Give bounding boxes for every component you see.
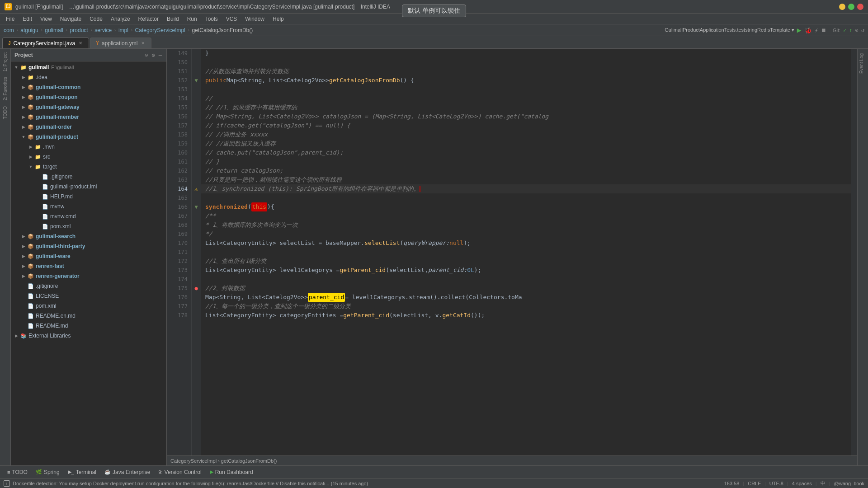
code-line-159: // //返回数据又放入缓存 — [201, 139, 851, 148]
git-push-button[interactable]: ↑ — [849, 27, 852, 33]
coverage-button[interactable]: ⚡ — [815, 27, 818, 34]
close-button[interactable] — [857, 4, 863, 10]
tree-pom-root[interactable]: ▶ 📄 pom.xml — [11, 301, 166, 311]
breadcrumb-com[interactable]: com — [4, 27, 14, 33]
title-bar-controls[interactable] — [839, 4, 863, 10]
tree-renren-generator[interactable]: ▶ 📦 renren-generator — [11, 271, 166, 281]
panel-locate-icon[interactable]: ⊙ — [144, 51, 149, 59]
fold-166[interactable]: ▼ — [194, 204, 198, 210]
right-scrollbar[interactable] — [851, 49, 857, 455]
tree-pom-product[interactable]: ▶ 📄 pom.xml — [11, 221, 166, 231]
menu-build[interactable]: Build — [163, 15, 183, 23]
menu-help[interactable]: Help — [269, 15, 288, 23]
tree-product-iml[interactable]: ▶ 📄 gulimall-product.iml — [11, 182, 166, 192]
menu-code[interactable]: Code — [86, 15, 106, 23]
tab-application-yml[interactable]: Y application.yml ✕ — [90, 38, 151, 48]
tree-arrow-gateway: ▶ — [20, 103, 27, 111]
breadcrumb-impl[interactable]: impl — [118, 27, 128, 33]
menu-vcs[interactable]: VCS — [222, 15, 241, 23]
tree-mvnw-cmd[interactable]: ▶ 📄 mvnw.cmd — [11, 211, 166, 221]
tree-target[interactable]: ▼ 📁 target — [11, 162, 166, 172]
todo-label: TODO — [12, 469, 27, 475]
code-container[interactable]: 149 150 151 152 153 154 155 156 157 158 … — [167, 49, 857, 455]
minimize-button[interactable] — [839, 4, 845, 10]
bm-168 — [192, 221, 201, 230]
menu-refactor[interactable]: Refactor — [135, 15, 162, 23]
menu-navigate[interactable]: Navigate — [57, 15, 85, 23]
tree-gitignore-product[interactable]: ▶ 📄 .gitignore — [11, 172, 166, 182]
menu-view[interactable]: View — [37, 15, 56, 23]
menu-tools[interactable]: Tools — [202, 15, 222, 23]
spring-bottom-btn[interactable]: 🌿 Spring — [32, 468, 63, 477]
event-log-tab[interactable]: Event Log — [858, 51, 868, 76]
bm-170 — [192, 239, 201, 248]
git-history-button[interactable]: ⊙ — [855, 27, 859, 33]
todo-bottom-btn[interactable]: ≡ TODO — [4, 468, 31, 477]
tree-readme-en[interactable]: ▶ 📄 README.en.md — [11, 311, 166, 321]
line-num-162: 162 — [178, 166, 188, 175]
tree-gulimall-order[interactable]: ▶ 📦 gulimall-order — [11, 122, 166, 132]
breadcrumb-service[interactable]: service — [94, 27, 112, 33]
git-rollback-button[interactable]: ↺ — [861, 27, 864, 33]
terminal-bottom-btn[interactable]: ▶_ Terminal — [64, 468, 100, 477]
code-line-165 — [201, 193, 851, 202]
tree-gulimall-product[interactable]: ▼ 📦 gulimall-product — [11, 132, 166, 142]
tree-arrow-member: ▶ — [20, 113, 27, 121]
code-lines[interactable]: } //从数据库查询并封装分类数据 public Map<String, Lis… — [201, 49, 851, 455]
stop-button[interactable]: ⏹ — [821, 27, 826, 33]
tab-application-close-button[interactable]: ✕ — [140, 41, 146, 46]
menu-edit[interactable]: Edit — [19, 15, 36, 23]
tree-readme[interactable]: ▶ 📄 README.md — [11, 321, 166, 331]
run-button[interactable]: ▶ — [797, 26, 802, 34]
tree-gulimall-search[interactable]: ▶ 📦 gulimall-search — [11, 231, 166, 241]
module-icon-renren-fast: 📦 — [27, 263, 34, 270]
menu-window[interactable]: Window — [241, 15, 268, 23]
breadcrumb-gulimall[interactable]: gulimall — [45, 27, 63, 33]
todo-side-tab[interactable]: TODO — [2, 104, 9, 121]
tree-gulimall-common[interactable]: ▶ 📦 gulimall-common — [11, 82, 166, 92]
panel-collapse-icon[interactable]: – — [158, 51, 163, 59]
tree-gulimall-ware[interactable]: ▶ 📦 gulimall-ware — [11, 251, 166, 261]
panel-settings-icon[interactable]: ⚙ — [151, 51, 156, 59]
project-side-tab[interactable]: 1: Project — [2, 51, 9, 73]
tree-gitignore-root[interactable]: ▶ 📄 .gitignore — [11, 281, 166, 291]
tree-renren-fast[interactable]: ▶ 📦 renren-fast — [11, 261, 166, 271]
tree-external-libs[interactable]: ▶ 📚 External Libraries — [11, 331, 166, 341]
breadcrumb-atguigu[interactable]: atguigu — [20, 27, 38, 33]
java-enterprise-bottom-btn[interactable]: ☕ Java Enterprise — [101, 468, 154, 477]
debug-button[interactable]: 🐞 — [804, 27, 812, 34]
tree-gulimall-coupon[interactable]: ▶ 📦 gulimall-coupon — [11, 92, 166, 102]
tree-gulimall-member[interactable]: ▶ 📦 gulimall-member — [11, 112, 166, 122]
code-line-170: List<CategoryEntity> selectList = baseMa… — [201, 239, 851, 248]
code-line-149: } — [201, 49, 851, 58]
bottom-toolbar: ≡ TODO 🌿 Spring ▶_ Terminal ☕ Java Enter… — [0, 465, 868, 478]
parent-cid-highlight: parent_cid — [308, 293, 345, 302]
maximize-button[interactable] — [848, 4, 854, 10]
run-dashboard-bottom-btn[interactable]: ▶ Run Dashboard — [206, 468, 257, 477]
external-libs-icon: 📚 — [20, 332, 27, 339]
gitignore-file-icon: 📄 — [42, 173, 49, 180]
git-commit-button[interactable]: ✓ — [843, 27, 846, 33]
menu-run[interactable]: Run — [184, 15, 201, 23]
tree-root-gulimall[interactable]: ▼ 📁 gulimall F:\gulimall — [11, 62, 166, 72]
tab-close-button[interactable]: ✕ — [78, 41, 83, 46]
favorites-side-tab[interactable]: 2: Favorites — [2, 75, 9, 102]
tree-src[interactable]: ▶ 📁 src — [11, 152, 166, 162]
fold-152[interactable]: ▼ — [194, 77, 198, 84]
tree-arrow-idea: ▶ — [20, 74, 27, 81]
version-control-bottom-btn[interactable]: 9: Version Control — [155, 468, 205, 477]
menu-file[interactable]: File — [2, 15, 18, 23]
tree-gulimall-gateway[interactable]: ▶ 📦 gulimall-gateway — [11, 102, 166, 112]
tab-category-service-impl[interactable]: J CategoryServiceImpl.java ✕ — [2, 38, 89, 48]
tree-license[interactable]: ▶ 📄 LICENSE — [11, 291, 166, 301]
tree-idea[interactable]: ▶ 📁 .idea — [11, 72, 166, 82]
breadcrumb-method[interactable]: getCatalogJsonFromDb() — [192, 27, 253, 33]
tree-mvnw[interactable]: ▶ 📄 mvnw — [11, 202, 166, 211]
tree-gulimall-third-party[interactable]: ▶ 📦 gulimall-third-party — [11, 241, 166, 251]
breadcrumb-product[interactable]: product — [70, 27, 88, 33]
menu-analyze[interactable]: Analyze — [107, 15, 134, 23]
run-config-dropdown[interactable]: GulimallProductApplicationTests.teststri… — [665, 27, 794, 33]
tree-help-md[interactable]: ▶ 📄 HELP.md — [11, 192, 166, 202]
breadcrumb-class[interactable]: CategoryServiceImpl — [135, 27, 185, 33]
tree-mvn[interactable]: ▶ 📁 .mvn — [11, 142, 166, 152]
